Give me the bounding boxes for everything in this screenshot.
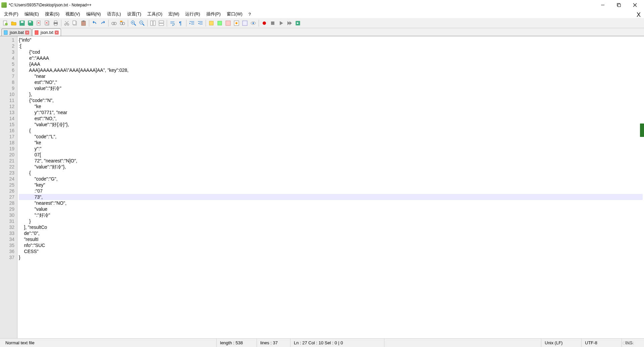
svg-point-23 bbox=[67, 23, 69, 25]
close-button[interactable] bbox=[627, 0, 643, 10]
save-all-button[interactable] bbox=[26, 19, 35, 27]
sync-h-button[interactable] bbox=[157, 19, 165, 27]
show-all-chars-button[interactable]: ¶ bbox=[177, 19, 185, 27]
menu-macro[interactable]: 宏(M) bbox=[166, 10, 182, 18]
editor[interactable]: 1234567891011121314151617181920212223242… bbox=[0, 36, 644, 338]
sync-v-icon bbox=[150, 20, 156, 26]
code-line[interactable]: "code":"G", bbox=[19, 176, 643, 182]
code-line[interactable]: {"code":"N", bbox=[19, 97, 643, 103]
record-macro-button[interactable] bbox=[260, 19, 268, 27]
wordwrap-button[interactable] bbox=[168, 19, 176, 27]
svg-rect-44 bbox=[159, 21, 164, 23]
open-file-button[interactable] bbox=[10, 19, 18, 27]
code-line[interactable]: :[ bbox=[19, 43, 643, 49]
indent-button[interactable] bbox=[188, 19, 196, 27]
code-line[interactable]: {"info" bbox=[19, 37, 643, 43]
code-line[interactable]: ":"好冷" bbox=[19, 212, 643, 218]
code-line[interactable]: "ke bbox=[19, 103, 643, 109]
find-button[interactable] bbox=[110, 19, 118, 27]
code-line[interactable]: est":"NO,", bbox=[19, 115, 643, 121]
tab-close-button[interactable]: × bbox=[55, 31, 59, 35]
cut-button[interactable] bbox=[63, 19, 71, 27]
menu-run[interactable]: 运行(R) bbox=[182, 10, 203, 18]
save-macro-button[interactable] bbox=[294, 19, 302, 27]
tab-json-txt[interactable]: json.txt × bbox=[32, 29, 61, 36]
code-line[interactable]: "value bbox=[19, 206, 643, 212]
code-line[interactable]: CESS" bbox=[19, 248, 643, 254]
secondary-close-button[interactable]: X bbox=[637, 11, 641, 18]
menu-search[interactable]: 搜索(S) bbox=[42, 10, 62, 18]
zoom-out-button[interactable] bbox=[138, 19, 146, 27]
copy-button[interactable] bbox=[71, 19, 79, 27]
menu-view[interactable]: 视图(V) bbox=[63, 10, 83, 18]
unfold-button[interactable] bbox=[216, 19, 224, 27]
minimize-button[interactable] bbox=[595, 0, 610, 10]
code-line[interactable]: "code":"L", bbox=[19, 134, 643, 140]
sync-v-button[interactable] bbox=[149, 19, 157, 27]
code-column[interactable]: {"info":[ {"cod e":"AAAA {AAA AAA}AAAA,A… bbox=[17, 36, 644, 338]
code-line[interactable]: de":"0", bbox=[19, 230, 643, 236]
svg-rect-2 bbox=[618, 4, 621, 7]
tab-json-bat[interactable]: json.bat × bbox=[1, 29, 32, 36]
code-line[interactable]: { bbox=[19, 128, 643, 134]
scroll-thumb[interactable] bbox=[640, 123, 644, 137]
menu-help[interactable]: ? bbox=[246, 11, 254, 17]
menu-edit[interactable]: 编辑(E) bbox=[22, 10, 42, 18]
play-multi-button[interactable] bbox=[285, 19, 293, 27]
doc-map-button[interactable] bbox=[232, 19, 240, 27]
function-list-button[interactable] bbox=[224, 19, 232, 27]
monitoring-button[interactable] bbox=[249, 19, 257, 27]
close-file-button[interactable] bbox=[35, 19, 43, 27]
play-macro-button[interactable] bbox=[277, 19, 285, 27]
code-line[interactable]: {"cod bbox=[19, 49, 643, 55]
menu-file[interactable]: 文件(F) bbox=[1, 10, 21, 18]
fold-button[interactable] bbox=[207, 19, 215, 27]
paste-button[interactable] bbox=[79, 19, 88, 27]
code-line[interactable]: est":"NO"," bbox=[19, 79, 643, 85]
code-line[interactable]: y":" bbox=[19, 146, 643, 152]
code-line[interactable]: nfo":"SUC bbox=[19, 242, 643, 248]
code-line[interactable]: 73", bbox=[19, 194, 643, 200]
code-line[interactable]: "resultI bbox=[19, 236, 643, 242]
outdent-button[interactable] bbox=[196, 19, 204, 27]
menu-language[interactable]: 语言(L) bbox=[104, 10, 124, 18]
code-line[interactable]: "value":"好{冷}"}, bbox=[19, 121, 643, 128]
tab-close-button[interactable]: × bbox=[25, 31, 29, 35]
code-line[interactable]: } bbox=[19, 218, 643, 224]
code-line[interactable]: }, bbox=[19, 91, 643, 97]
undo-button[interactable] bbox=[91, 19, 99, 27]
save-button[interactable] bbox=[18, 19, 26, 27]
menu-settings[interactable]: 设置(T) bbox=[124, 10, 144, 18]
zoom-in-button[interactable] bbox=[129, 19, 138, 27]
code-line[interactable]: y":"0771", "near bbox=[19, 109, 643, 115]
new-file-button[interactable] bbox=[1, 19, 9, 27]
code-line[interactable]: e":"AAAA bbox=[19, 55, 643, 61]
code-line[interactable]: {AAA bbox=[19, 61, 643, 67]
code-line[interactable]: 72", "nearest":"N]O", bbox=[19, 158, 643, 164]
menu-window[interactable]: 窗口(W) bbox=[224, 10, 245, 18]
code-line[interactable]: 07[ bbox=[19, 152, 643, 158]
menu-tools[interactable]: 工具(O) bbox=[145, 10, 165, 18]
code-line[interactable]: :"07 bbox=[19, 188, 643, 194]
code-line[interactable]: { bbox=[19, 170, 643, 176]
redo-button[interactable] bbox=[99, 19, 107, 27]
doc-switcher-button[interactable] bbox=[241, 19, 249, 27]
code-line[interactable]: "value":"好冷"}, bbox=[19, 164, 643, 170]
save-macro-icon bbox=[295, 20, 301, 26]
code-line[interactable]: ], "resultCo bbox=[19, 224, 643, 230]
zoom-in-icon bbox=[131, 20, 136, 26]
replace-button[interactable] bbox=[118, 19, 126, 27]
code-line[interactable]: "key" bbox=[19, 182, 643, 188]
menu-encoding[interactable]: 编码(N) bbox=[84, 10, 104, 18]
code-line[interactable]: "ke bbox=[19, 140, 643, 146]
close-all-button[interactable] bbox=[43, 19, 51, 27]
menu-plugins[interactable]: 插件(P) bbox=[204, 10, 223, 18]
code-line[interactable]: "nearest":"NO", bbox=[19, 200, 643, 206]
code-line[interactable]: value":"好冷" bbox=[19, 85, 643, 91]
print-button[interactable] bbox=[52, 19, 60, 27]
code-line[interactable]: AAA}AAAA,AAAA\"AAA[AAAAA]AA", "key":028, bbox=[19, 67, 643, 73]
code-line[interactable]: "near bbox=[19, 73, 643, 79]
code-line[interactable]: } bbox=[19, 254, 643, 260]
stop-macro-button[interactable] bbox=[269, 19, 277, 27]
maximize-button[interactable] bbox=[611, 0, 627, 10]
